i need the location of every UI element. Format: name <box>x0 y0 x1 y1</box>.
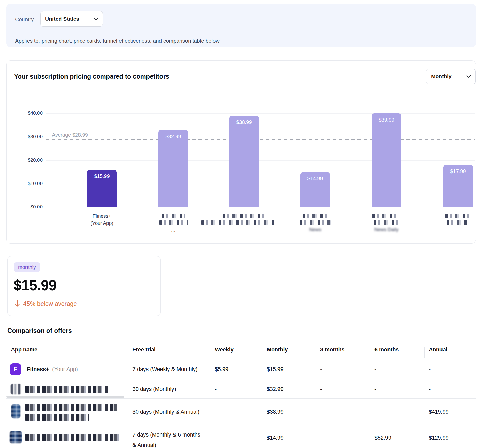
col-header-annual: Annual <box>429 347 447 353</box>
x-label-fitness-plus: Fitness+ (Your App) <box>74 213 130 227</box>
x-label-line: (Your App) <box>74 220 130 227</box>
table-divider <box>6 425 476 425</box>
pricing-chart-card: Your subscription pricing compared to co… <box>6 60 476 244</box>
app-name: Fitness+ <box>27 366 49 373</box>
country-filter-banner: Country United States Applies to: pricin… <box>6 4 476 47</box>
y-axis-tick: $10.00 <box>17 181 43 186</box>
cell-free-trial: 7 days (Monthly & 6 months & Annual) <box>132 430 204 448</box>
y-axis-tick: $30.00 <box>17 134 43 139</box>
banner-note: Applies to: pricing chart, price cards, … <box>15 38 220 44</box>
cell-3-months: - <box>320 366 322 373</box>
cell-weekly: $5.99 <box>215 366 229 373</box>
bar-fitness-plus: $15.99 <box>87 170 117 207</box>
censored-x-label <box>303 214 328 218</box>
column-separator <box>315 347 315 358</box>
censored-x-caption: News <box>287 227 343 232</box>
comparison-heading: Comparison of offers <box>7 327 72 334</box>
cell-annual: $129.99 <box>429 435 449 441</box>
column-separator <box>263 347 263 358</box>
bar-competitor-2: $38.99 <box>229 116 259 207</box>
arrow-down-icon <box>15 300 20 307</box>
censored-app-icon <box>11 384 21 394</box>
gridline-0 <box>46 207 475 207</box>
cell-weekly: - <box>215 409 217 415</box>
cell-monthly: $15.99 <box>267 366 284 373</box>
censored-x-label <box>374 220 399 225</box>
censored-x-label <box>159 220 188 225</box>
chevron-down-icon <box>466 75 471 78</box>
cell-monthly: $38.99 <box>267 409 284 415</box>
table-divider <box>6 380 476 380</box>
col-header-3-months: 3 months <box>320 347 345 353</box>
censored-app-name <box>25 414 89 421</box>
censored-x-label <box>162 214 185 218</box>
country-select-value: United States <box>45 16 79 22</box>
monthly-price-card: monthly $15.99 45% below average <box>7 256 161 316</box>
bar-competitor-3: $14.99 <box>300 172 330 207</box>
censored-app-name <box>25 434 120 441</box>
cell-weekly: - <box>215 386 217 392</box>
period-badge: monthly <box>14 262 40 272</box>
censored-x-label <box>445 214 471 218</box>
bar-competitor-5: $17.99 <box>443 165 473 207</box>
price-delta: 45% below average <box>15 300 77 307</box>
col-header-weekly: Weekly <box>215 347 234 353</box>
column-separator <box>130 347 130 358</box>
period-select-value: Monthly <box>431 73 451 80</box>
table-divider <box>6 398 476 399</box>
cell-3-months: - <box>320 409 322 415</box>
censored-x-label <box>201 220 275 225</box>
censored-app-icon <box>11 404 20 418</box>
country-label: Country <box>15 16 34 22</box>
cell-6-months: $52.99 <box>374 435 391 441</box>
bar-competitor-1: $32.99 <box>158 130 188 207</box>
bar-value-label: $17.99 <box>443 168 473 174</box>
censored-app-icon <box>10 431 22 443</box>
cell-3-months: - <box>320 386 322 392</box>
column-separator <box>424 347 425 358</box>
cell-annual: - <box>429 386 431 392</box>
period-select[interactable]: Monthly <box>426 69 476 84</box>
x-label-line: Fitness+ <box>74 213 130 220</box>
cell-weekly: - <box>215 435 217 441</box>
censored-app-name <box>25 386 108 393</box>
table-divider <box>6 359 476 359</box>
country-select[interactable]: United States <box>40 11 103 27</box>
cell-free-trial: 30 days (Monthly) <box>132 386 176 392</box>
cell-6-months: - <box>374 366 376 373</box>
column-separator <box>370 347 370 358</box>
cell-monthly: $14.99 <box>267 435 284 441</box>
censored-x-caption: News Daily <box>358 227 414 232</box>
horizontal-scrollbar-thumb[interactable] <box>6 396 124 398</box>
censored-x-label <box>447 220 469 225</box>
bar-value-label: $32.99 <box>158 134 188 139</box>
censored-app-name <box>25 404 117 411</box>
censored-x-label <box>223 214 265 218</box>
y-axis-tick: $20.00 <box>17 157 43 163</box>
column-separator <box>213 347 213 358</box>
x-label-ellipsis: ... <box>145 227 201 234</box>
cell-monthly: $32.99 <box>267 386 284 392</box>
cell-annual: - <box>429 366 431 373</box>
app-avatar: F <box>10 363 21 375</box>
cell-free-trial: 7 days (Weekly & Monthly) <box>132 366 197 373</box>
cell-annual: $419.99 <box>429 409 449 415</box>
censored-x-label <box>300 220 331 225</box>
col-header-6-months: 6 months <box>374 347 399 353</box>
cell-free-trial: 30 days (Monthly & Annual) <box>132 409 199 415</box>
gridline-20 <box>46 160 475 161</box>
cell-3-months: - <box>320 435 322 441</box>
gridline-40 <box>46 113 475 114</box>
chevron-down-icon <box>94 18 98 20</box>
col-header-app-name: App name <box>11 347 37 353</box>
average-line <box>46 139 475 140</box>
bar-value-label: $14.99 <box>300 176 330 181</box>
y-axis-tick: $40.00 <box>17 110 43 116</box>
gridline-30 <box>46 137 475 137</box>
chart-title: Your subscription pricing compared to co… <box>14 73 169 80</box>
bar-value-label: $39.99 <box>372 117 401 123</box>
col-header-free-trial: Free trial <box>132 347 156 353</box>
col-header-monthly: Monthly <box>267 347 288 353</box>
bar-value-label: $38.99 <box>229 119 259 125</box>
cell-6-months: - <box>374 409 376 415</box>
